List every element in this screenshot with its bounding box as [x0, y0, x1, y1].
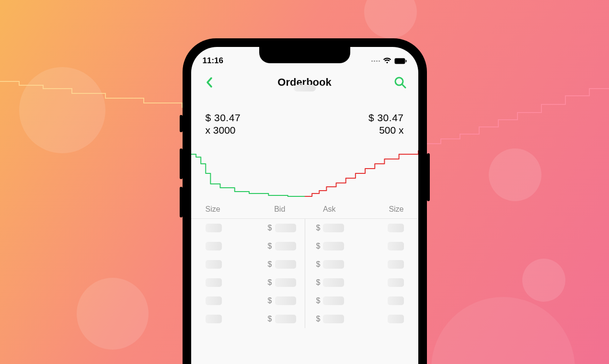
- ask-size: 500 x: [368, 125, 404, 136]
- ask-price-placeholder: [323, 315, 344, 323]
- orderbook-row: $$: [191, 255, 418, 273]
- orderbook-row: $$: [191, 310, 418, 328]
- bid-price: $ 30.47: [206, 112, 241, 124]
- currency-symbol: $: [268, 278, 272, 287]
- currency-symbol: $: [316, 242, 321, 250]
- orderbook-row: $$: [191, 273, 418, 292]
- col-size-left: Size: [206, 205, 255, 214]
- bid-size-placeholder: [206, 296, 222, 305]
- phone-side-button: [427, 153, 430, 201]
- currency-symbol: $: [268, 296, 272, 305]
- bid-size-placeholder: [206, 242, 222, 250]
- bid-size: x 3000: [206, 125, 241, 136]
- depth-chart: [191, 140, 418, 202]
- ask-size-placeholder: [388, 260, 404, 269]
- bid-price-placeholder: [275, 296, 296, 305]
- svg-rect-0: [394, 58, 405, 64]
- orderbook-row: $$: [191, 292, 418, 310]
- battery-icon: [394, 58, 407, 64]
- orderbook-column-headers: Size Bid Ask Size: [191, 202, 418, 219]
- currency-symbol: $: [268, 224, 272, 232]
- currency-symbol: $: [316, 315, 321, 323]
- chevron-left-icon: [205, 77, 214, 88]
- cellular-icon: [371, 60, 380, 62]
- currency-symbol: $: [268, 242, 272, 250]
- ask-size-placeholder: [388, 278, 404, 287]
- bid-size-placeholder: [206, 260, 222, 269]
- ask-price-placeholder: [323, 296, 344, 305]
- currency-symbol: $: [316, 278, 321, 287]
- col-size-right: Size: [354, 205, 404, 214]
- currency-symbol: $: [316, 296, 321, 305]
- phone-side-button: [180, 148, 183, 179]
- bid-price-placeholder: [275, 242, 296, 250]
- col-ask: Ask: [305, 205, 355, 214]
- wifi-icon: [383, 57, 391, 64]
- ask-size-placeholder: [388, 242, 404, 250]
- nav-header: Orderbook: [191, 69, 418, 96]
- best-bid-ask: $ 30.47 x 3000 $ 30.47 500 x: [191, 96, 418, 140]
- phone-screen: 11:16: [191, 47, 418, 364]
- bid-price-placeholder: [275, 224, 296, 232]
- search-button[interactable]: [391, 73, 410, 92]
- ask-price-placeholder: [323, 224, 344, 232]
- ask-price-placeholder: [323, 242, 344, 250]
- phone-side-button: [180, 187, 183, 217]
- currency-symbol: $: [316, 224, 321, 232]
- orderbook-row: $$: [191, 237, 418, 255]
- illustration-stage: 11:16: [0, 0, 609, 364]
- ask-size-placeholder: [388, 224, 404, 232]
- bid-price-placeholder: [275, 315, 296, 323]
- ask-size-placeholder: [388, 315, 404, 323]
- phone-side-button: [180, 115, 183, 132]
- ask-price-placeholder: [323, 278, 344, 287]
- currency-symbol: $: [316, 260, 321, 269]
- bid-price-placeholder: [275, 260, 296, 269]
- bid-size-placeholder: [206, 278, 222, 287]
- bid-price-placeholder: [275, 278, 296, 287]
- orderbook-row: $$: [191, 219, 418, 237]
- ask-price: $ 30.47: [368, 112, 404, 124]
- col-bid: Bid: [255, 205, 305, 214]
- phone-notch: [259, 47, 350, 63]
- bid-size-placeholder: [206, 315, 222, 323]
- subtitle-placeholder: [294, 85, 316, 91]
- svg-rect-1: [405, 60, 406, 62]
- status-time: 11:16: [203, 56, 223, 66]
- orderbook-grid: $$$$$$$$$$$$: [191, 219, 418, 328]
- phone-device-frame: 11:16: [183, 38, 427, 364]
- ask-size-placeholder: [388, 296, 404, 305]
- svg-line-3: [402, 85, 405, 88]
- currency-symbol: $: [268, 315, 272, 323]
- ask-price-placeholder: [323, 260, 344, 269]
- search-icon: [394, 76, 406, 89]
- currency-symbol: $: [268, 260, 272, 269]
- back-button[interactable]: [200, 73, 219, 92]
- bid-size-placeholder: [206, 224, 222, 232]
